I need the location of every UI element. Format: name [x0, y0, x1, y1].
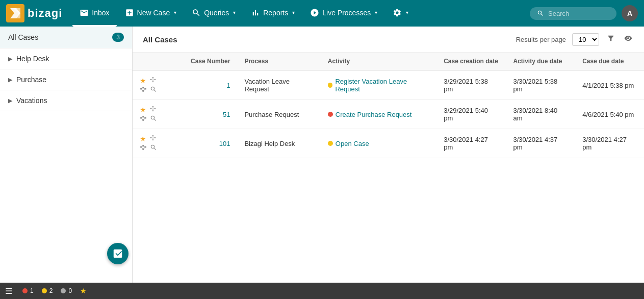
svg-line-48	[142, 147, 142, 149]
search-box[interactable]	[530, 7, 616, 20]
star-bottom-icon[interactable]: ★	[80, 287, 87, 295]
col-header-case-number: Case Number	[184, 53, 237, 70]
search-row-icon[interactable]	[150, 144, 157, 153]
logo[interactable]: bizagi	[6, 4, 62, 22]
sidebar-item-purchase[interactable]: ▶ Purchase	[0, 69, 132, 90]
case-due-date-cell: 3/30/2021 4:27 pm	[575, 129, 644, 158]
content-header: All Cases Results per page 10 25 50	[133, 27, 644, 53]
svg-line-17	[144, 88, 145, 89]
case-number-cell[interactable]: 101	[184, 129, 237, 158]
nav-queries[interactable]: Queries ▾	[185, 0, 243, 27]
svg-line-18	[144, 89, 145, 91]
bottom-red-count: 1	[22, 287, 34, 294]
nav-queries-chevron: ▾	[233, 10, 236, 15]
star-icon[interactable]: ★	[140, 77, 146, 85]
process-map-icon[interactable]	[149, 134, 157, 143]
activity-link[interactable]: Open Case	[328, 140, 429, 147]
svg-point-36	[152, 135, 153, 136]
nav-reports-chevron: ▾	[292, 10, 295, 15]
process-cell: Vacation Leave Request	[237, 70, 320, 100]
star-icon[interactable]: ★	[140, 106, 146, 114]
svg-line-31	[142, 117, 142, 118]
bottom-yellow-count: 2	[42, 287, 53, 294]
vacations-chevron-icon: ▶	[8, 97, 12, 104]
nav-settings[interactable]: ▾	[385, 0, 416, 27]
svg-rect-43	[140, 146, 142, 148]
col-header-process: Process	[237, 53, 320, 70]
search-row-icon[interactable]	[150, 115, 157, 123]
activity-status-dot	[328, 83, 333, 88]
table-row: ★ 101Bizagi Help DeskOpen Case3/30/2021 …	[133, 129, 644, 158]
activity-link[interactable]: Register Vacation Leave Request	[328, 78, 429, 93]
svg-line-33	[144, 117, 145, 118]
sidebar-help-desk-label: Help Desk	[16, 55, 49, 63]
search-row-icon[interactable]	[150, 86, 157, 94]
table-row: ★ 51Purchase RequestCreate Purchase Requ…	[133, 100, 644, 129]
col-header-activity: Activity	[321, 53, 436, 70]
svg-rect-14	[145, 88, 146, 90]
svg-rect-27	[140, 117, 142, 119]
nav-reports[interactable]: Reports ▾	[244, 0, 302, 27]
star-icon[interactable]: ★	[140, 135, 146, 143]
nav-live-processes-chevron: ▾	[375, 10, 377, 15]
table-header-row: Case Number Process Activity Case creati…	[133, 53, 644, 70]
activity-cell[interactable]: Register Vacation Leave Request	[321, 70, 436, 100]
activity-due-date-cell: 3/30/2021 4:37 pm	[506, 129, 576, 158]
nav-live-processes-label: Live Processes	[322, 9, 371, 17]
svg-point-6	[152, 81, 153, 82]
svg-rect-29	[142, 119, 144, 121]
nav-items: Inbox New Case ▾ Queries ▾ Reports ▾ Liv…	[72, 0, 530, 27]
process-map-icon[interactable]	[149, 105, 157, 114]
process-map-icon[interactable]	[149, 76, 157, 85]
bottom-red-dot	[22, 288, 28, 293]
workflow-icon[interactable]	[140, 115, 147, 123]
bottom-gray-count: 0	[61, 287, 72, 294]
nav-reports-label: Reports	[263, 9, 288, 17]
workflow-icon[interactable]	[140, 86, 147, 94]
case-creation-date-cell: 3/30/2021 4:27 pm	[436, 129, 506, 158]
nav-inbox[interactable]: Inbox	[72, 0, 116, 27]
svg-line-34	[144, 118, 145, 120]
svg-rect-28	[142, 116, 144, 117]
sidebar-item-all-cases[interactable]: All Cases 3	[0, 27, 132, 48]
search-input[interactable]	[548, 10, 609, 17]
sidebar-item-help-desk[interactable]: ▶ Help Desk	[0, 48, 132, 69]
results-per-page-select[interactable]: 10 25 50	[572, 33, 599, 46]
page-title: All Cases	[143, 35, 177, 44]
svg-rect-12	[142, 87, 144, 88]
activity-cell[interactable]: Create Purchase Request	[321, 100, 436, 129]
svg-point-35	[150, 137, 151, 138]
nav-settings-chevron: ▾	[406, 10, 408, 15]
nav-inbox-label: Inbox	[92, 9, 109, 17]
activity-due-date-cell: 3/30/2021 8:40 am	[506, 100, 576, 129]
svg-point-3	[150, 79, 151, 80]
sidebar-purchase-label: Purchase	[16, 76, 46, 84]
svg-point-20	[152, 106, 153, 107]
cases-table-container: Case Number Process Activity Case creati…	[133, 53, 644, 283]
filter-icon[interactable]	[605, 33, 616, 46]
workflow-icon[interactable]	[140, 144, 147, 153]
bottom-bar: ☰ 1 2 0 ★	[0, 283, 644, 299]
nav-new-case[interactable]: New Case ▾	[118, 0, 184, 27]
svg-line-16	[142, 89, 142, 91]
bottom-gray-value: 0	[68, 287, 72, 294]
col-header-actions	[133, 53, 184, 70]
activity-cell[interactable]: Open Case	[321, 129, 436, 158]
bottom-gray-dot	[61, 288, 66, 293]
avatar[interactable]: A	[622, 5, 638, 21]
nav-live-processes[interactable]: Live Processes ▾	[303, 0, 384, 27]
svg-rect-13	[142, 90, 144, 92]
sidebar-fab-button[interactable]	[107, 243, 128, 264]
sidebar-item-vacations[interactable]: ▶ Vacations	[0, 90, 132, 111]
svg-line-47	[142, 146, 142, 147]
case-number-cell[interactable]: 51	[184, 100, 237, 129]
main-layout: All Cases 3 ▶ Help Desk ▶ Purchase ▶ Vac…	[0, 27, 644, 283]
col-header-activity-due-date: Activity due date	[506, 53, 576, 70]
case-number-cell[interactable]: 1	[184, 70, 237, 100]
row-actions: ★	[140, 105, 176, 123]
visibility-icon[interactable]	[623, 33, 634, 46]
hamburger-icon[interactable]: ☰	[5, 286, 12, 296]
activity-link[interactable]: Create Purchase Request	[328, 111, 429, 118]
purchase-chevron-icon: ▶	[8, 77, 12, 83]
case-due-date-cell: 4/1/2021 5:38 pm	[575, 70, 644, 100]
